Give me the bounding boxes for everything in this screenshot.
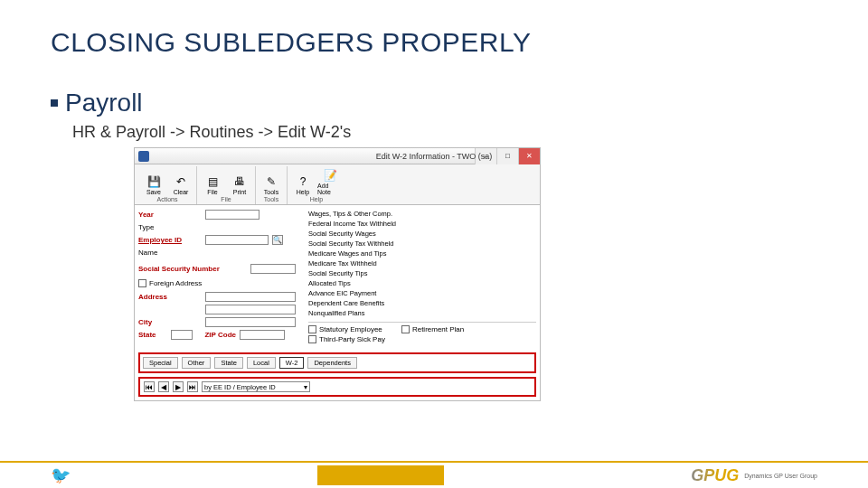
undo-icon: ↶ (174, 174, 188, 189)
tab-w2[interactable]: W-2 (279, 357, 305, 369)
address2-input[interactable] (205, 305, 296, 314)
address-input[interactable] (205, 292, 296, 302)
state-label: State (138, 331, 167, 339)
ssn-input[interactable] (250, 264, 296, 274)
employee-id-label[interactable]: Employee ID (138, 236, 202, 244)
city-label: City (138, 318, 202, 326)
sort-dropdown[interactable]: by EE ID / Employee ID▾ (202, 381, 310, 392)
state-input[interactable] (171, 330, 193, 340)
file-button[interactable]: ▤File (200, 166, 225, 195)
right-row-label: Social Security Wages (308, 230, 491, 238)
bullet-icon (51, 99, 58, 107)
year-input[interactable] (205, 210, 259, 220)
employee-id-input[interactable] (205, 235, 269, 245)
twitter-icon: 🐦 (51, 465, 71, 485)
right-row-label: Medicare Wages and Tips (308, 249, 491, 258)
right-row-label: Social Security Tax Withheld (308, 239, 491, 248)
detail-tabs: Special Other State Local W-2 Dependents (138, 352, 536, 373)
tab-special[interactable]: Special (143, 357, 178, 369)
footer-accent (317, 465, 444, 485)
breadcrumb: HR & Payroll -> Routines -> Edit W-2's (72, 123, 817, 142)
close-button[interactable]: ✕ (518, 148, 540, 164)
ribbon-group-actions: Actions (157, 195, 178, 204)
file-icon: ▤ (205, 174, 220, 189)
right-row-label: Allocated Tips (308, 279, 491, 287)
add-note-button[interactable]: 📝Add Note (317, 166, 343, 195)
zip-input[interactable] (240, 330, 285, 340)
statutory-employee-checkbox[interactable]: Statutory Employee (308, 325, 385, 333)
nav-last-button[interactable]: ⏭ (187, 381, 198, 392)
chevron-down-icon: ▾ (304, 383, 307, 391)
ribbon: 💾Save ↶Clear Actions ▤File 🖶Print File ✎… (135, 164, 540, 205)
section-heading: Payroll (65, 89, 143, 117)
nav-prev-button[interactable]: ◀ (158, 381, 169, 392)
nav-next-button[interactable]: ▶ (173, 381, 184, 392)
retirement-plan-checkbox[interactable]: Retirement Plan (401, 325, 464, 333)
nav-first-button[interactable]: ⏮ (144, 381, 155, 392)
ssn-label: Social Security Number (138, 265, 247, 273)
right-row-label: Social Security Tips (308, 269, 491, 277)
maximize-button[interactable]: □ (496, 148, 518, 164)
app-icon (138, 151, 149, 162)
address-label: Address (138, 293, 202, 301)
tab-other[interactable]: Other (182, 357, 212, 369)
lookup-icon[interactable]: 🔍 (272, 235, 283, 245)
wages-list: Wages, Tips & Other Comp. Federal Income… (308, 209, 536, 318)
name-label: Name (138, 249, 202, 257)
logo-mark-icon: GPUG (691, 466, 739, 485)
ribbon-group-help: Help (310, 195, 323, 204)
clear-button[interactable]: ↶Clear (168, 166, 193, 195)
right-row-label: Federal Income Tax Withheld (308, 220, 491, 228)
tools-button[interactable]: ✎Tools (259, 166, 284, 195)
record-nav: ⏮ ◀ ▶ ⏭ by EE ID / Employee ID▾ (138, 377, 536, 397)
titlebar: Edit W-2 Information - TWO (sa) – □ ✕ (135, 148, 540, 164)
tab-state[interactable]: State (214, 357, 243, 369)
ribbon-group-tools: Tools (264, 195, 278, 204)
gpug-logo: GPUG Dynamics GP User Group (691, 466, 817, 485)
year-label: Year (138, 211, 202, 219)
tab-dependents[interactable]: Dependents (307, 357, 356, 369)
app-window: Edit W-2 Information - TWO (sa) – □ ✕ 💾S… (134, 147, 541, 401)
right-row-label: Medicare Tax Withheld (308, 259, 491, 267)
foreign-address-checkbox[interactable]: Foreign Address (138, 279, 301, 287)
city-input[interactable] (205, 317, 296, 327)
tools-icon: ✎ (264, 174, 278, 189)
help-button[interactable]: ?Help (290, 166, 316, 195)
zip-label: ZIP Code (196, 331, 236, 339)
right-row-label: Wages, Tips & Other Comp. (308, 210, 491, 218)
slide-footer: 🐦 GPUG Dynamics GP User Group (0, 461, 868, 488)
third-party-sickpay-checkbox[interactable]: Third-Party Sick Pay (308, 335, 385, 343)
ribbon-group-file: File (221, 195, 231, 204)
type-label: Type (138, 223, 202, 231)
right-row-label: Nonqualified Plans (308, 309, 491, 317)
right-row-label: Dependent Care Benefits (308, 299, 491, 307)
slide-title: CLOSING SUBLEDGERS PROPERLY (51, 27, 817, 58)
save-button[interactable]: 💾Save (141, 166, 166, 195)
print-button[interactable]: 🖶Print (227, 166, 252, 195)
window-title: Edit W-2 Information - TWO (sa) (376, 152, 493, 161)
print-icon: 🖶 (232, 174, 247, 189)
tab-local[interactable]: Local (247, 357, 276, 369)
note-icon: 📝 (323, 168, 337, 183)
save-icon: 💾 (146, 174, 161, 189)
help-icon: ? (296, 174, 310, 189)
right-row-label: Advance EIC Payment (308, 289, 491, 297)
